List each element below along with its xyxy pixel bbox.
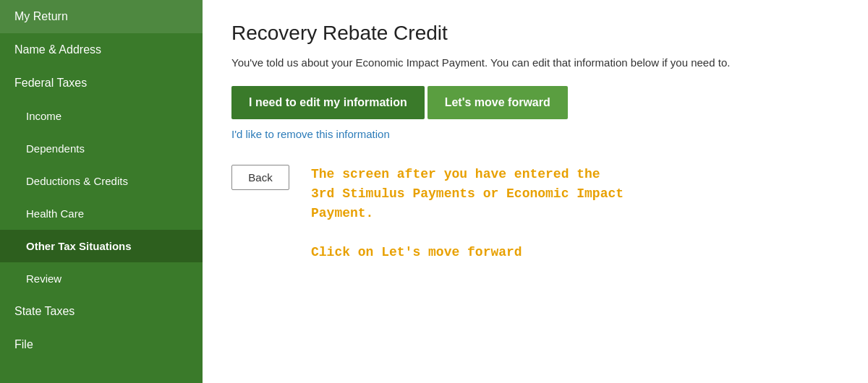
sidebar-item-deductions-credits[interactable]: Deductions & Credits (0, 165, 203, 197)
annotation-line1: The screen after you have entered the (311, 167, 600, 181)
edit-info-button[interactable]: I need to edit my information (231, 86, 425, 119)
back-button[interactable]: Back (231, 165, 289, 190)
annotation-line5: Click on Let's move forward (311, 245, 522, 259)
back-annotation-row: Back The screen after you have entered t… (231, 165, 839, 262)
sidebar-item-income[interactable]: Income (0, 100, 203, 132)
sidebar-item-federal-taxes[interactable]: Federal Taxes (0, 66, 203, 100)
description-text: You've told us about your Economic Impac… (231, 55, 839, 72)
page-title: Recovery Rebate Credit (231, 22, 839, 45)
sidebar-item-my-return[interactable]: My Return (0, 0, 203, 33)
sidebar-item-review[interactable]: Review (0, 262, 203, 295)
sidebar-item-other-tax-situations[interactable]: Other Tax Situations (0, 230, 203, 262)
annotation-block: The screen after you have entered the 3r… (311, 165, 624, 262)
annotation-line3: Payment. (311, 206, 373, 220)
sidebar-item-name-address[interactable]: Name & Address (0, 33, 203, 66)
sidebar-item-health-care[interactable]: Health Care (0, 197, 203, 230)
sidebar-item-dependents[interactable]: Dependents (0, 132, 203, 165)
annotation-line2: 3rd Stimulus Payments or Economic Impact (311, 186, 624, 201)
move-forward-button[interactable]: Let's move forward (427, 86, 568, 119)
sidebar-item-state-taxes[interactable]: State Taxes (0, 295, 203, 328)
action-buttons-row: I need to edit my information Let's move… (231, 86, 839, 119)
main-content: Recovery Rebate Credit You've told us ab… (203, 0, 868, 383)
remove-info-link[interactable]: I'd like to remove this information (231, 128, 390, 140)
sidebar-item-file[interactable]: File (0, 328, 203, 361)
sidebar: My ReturnName & AddressFederal TaxesInco… (0, 0, 203, 383)
